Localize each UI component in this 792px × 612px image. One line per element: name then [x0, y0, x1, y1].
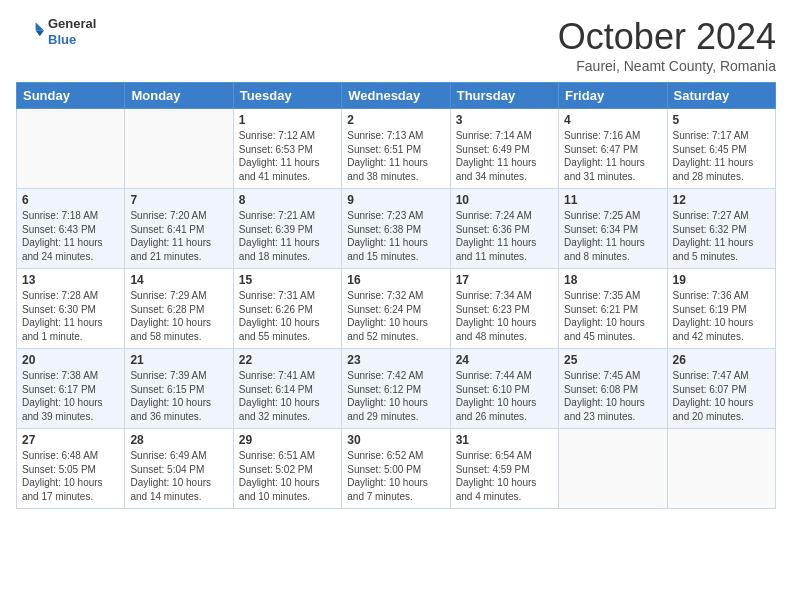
calendar-cell	[667, 429, 775, 509]
day-number: 28	[130, 433, 227, 447]
day-number: 10	[456, 193, 553, 207]
calendar-table: SundayMondayTuesdayWednesdayThursdayFrid…	[16, 82, 776, 509]
calendar-week-1: 1Sunrise: 7:12 AM Sunset: 6:53 PM Daylig…	[17, 109, 776, 189]
day-info: Sunrise: 7:32 AM Sunset: 6:24 PM Dayligh…	[347, 289, 444, 343]
calendar-cell: 14Sunrise: 7:29 AM Sunset: 6:28 PM Dayli…	[125, 269, 233, 349]
day-number: 7	[130, 193, 227, 207]
day-info: Sunrise: 7:38 AM Sunset: 6:17 PM Dayligh…	[22, 369, 119, 423]
day-number: 21	[130, 353, 227, 367]
day-info: Sunrise: 7:34 AM Sunset: 6:23 PM Dayligh…	[456, 289, 553, 343]
day-info: Sunrise: 7:24 AM Sunset: 6:36 PM Dayligh…	[456, 209, 553, 263]
calendar-cell: 25Sunrise: 7:45 AM Sunset: 6:08 PM Dayli…	[559, 349, 667, 429]
day-number: 6	[22, 193, 119, 207]
day-info: Sunrise: 7:20 AM Sunset: 6:41 PM Dayligh…	[130, 209, 227, 263]
day-number: 13	[22, 273, 119, 287]
calendar-week-4: 20Sunrise: 7:38 AM Sunset: 6:17 PM Dayli…	[17, 349, 776, 429]
day-header-wednesday: Wednesday	[342, 83, 450, 109]
day-info: Sunrise: 7:47 AM Sunset: 6:07 PM Dayligh…	[673, 369, 770, 423]
day-header-sunday: Sunday	[17, 83, 125, 109]
day-info: Sunrise: 6:54 AM Sunset: 4:59 PM Dayligh…	[456, 449, 553, 503]
calendar-cell: 10Sunrise: 7:24 AM Sunset: 6:36 PM Dayli…	[450, 189, 558, 269]
day-info: Sunrise: 7:13 AM Sunset: 6:51 PM Dayligh…	[347, 129, 444, 183]
day-number: 18	[564, 273, 661, 287]
month-title: October 2024	[558, 16, 776, 58]
calendar-week-3: 13Sunrise: 7:28 AM Sunset: 6:30 PM Dayli…	[17, 269, 776, 349]
calendar-cell	[559, 429, 667, 509]
calendar-cell	[125, 109, 233, 189]
day-info: Sunrise: 7:23 AM Sunset: 6:38 PM Dayligh…	[347, 209, 444, 263]
calendar-cell: 22Sunrise: 7:41 AM Sunset: 6:14 PM Dayli…	[233, 349, 341, 429]
day-number: 1	[239, 113, 336, 127]
day-info: Sunrise: 7:21 AM Sunset: 6:39 PM Dayligh…	[239, 209, 336, 263]
svg-marker-1	[36, 30, 44, 36]
day-number: 14	[130, 273, 227, 287]
logo-blue: Blue	[48, 32, 96, 48]
day-number: 12	[673, 193, 770, 207]
calendar-cell: 5Sunrise: 7:17 AM Sunset: 6:45 PM Daylig…	[667, 109, 775, 189]
title-area: October 2024 Faurei, Neamt County, Roman…	[558, 16, 776, 74]
day-info: Sunrise: 7:27 AM Sunset: 6:32 PM Dayligh…	[673, 209, 770, 263]
day-number: 20	[22, 353, 119, 367]
logo-text: General Blue	[48, 16, 96, 47]
calendar-cell: 12Sunrise: 7:27 AM Sunset: 6:32 PM Dayli…	[667, 189, 775, 269]
calendar-cell: 11Sunrise: 7:25 AM Sunset: 6:34 PM Dayli…	[559, 189, 667, 269]
calendar-cell: 21Sunrise: 7:39 AM Sunset: 6:15 PM Dayli…	[125, 349, 233, 429]
day-info: Sunrise: 7:28 AM Sunset: 6:30 PM Dayligh…	[22, 289, 119, 343]
day-info: Sunrise: 7:16 AM Sunset: 6:47 PM Dayligh…	[564, 129, 661, 183]
page-header: General Blue October 2024 Faurei, Neamt …	[16, 16, 776, 74]
day-info: Sunrise: 7:44 AM Sunset: 6:10 PM Dayligh…	[456, 369, 553, 423]
day-number: 16	[347, 273, 444, 287]
day-header-friday: Friday	[559, 83, 667, 109]
day-info: Sunrise: 6:51 AM Sunset: 5:02 PM Dayligh…	[239, 449, 336, 503]
day-number: 9	[347, 193, 444, 207]
calendar-cell: 18Sunrise: 7:35 AM Sunset: 6:21 PM Dayli…	[559, 269, 667, 349]
day-number: 30	[347, 433, 444, 447]
day-info: Sunrise: 6:48 AM Sunset: 5:05 PM Dayligh…	[22, 449, 119, 503]
day-number: 5	[673, 113, 770, 127]
calendar-cell: 15Sunrise: 7:31 AM Sunset: 6:26 PM Dayli…	[233, 269, 341, 349]
day-info: Sunrise: 7:12 AM Sunset: 6:53 PM Dayligh…	[239, 129, 336, 183]
day-number: 22	[239, 353, 336, 367]
day-info: Sunrise: 7:14 AM Sunset: 6:49 PM Dayligh…	[456, 129, 553, 183]
calendar-cell: 30Sunrise: 6:52 AM Sunset: 5:00 PM Dayli…	[342, 429, 450, 509]
day-info: Sunrise: 7:29 AM Sunset: 6:28 PM Dayligh…	[130, 289, 227, 343]
calendar-cell: 8Sunrise: 7:21 AM Sunset: 6:39 PM Daylig…	[233, 189, 341, 269]
day-number: 11	[564, 193, 661, 207]
calendar-cell: 2Sunrise: 7:13 AM Sunset: 6:51 PM Daylig…	[342, 109, 450, 189]
calendar-cell: 27Sunrise: 6:48 AM Sunset: 5:05 PM Dayli…	[17, 429, 125, 509]
day-number: 29	[239, 433, 336, 447]
day-number: 8	[239, 193, 336, 207]
day-info: Sunrise: 7:31 AM Sunset: 6:26 PM Dayligh…	[239, 289, 336, 343]
calendar-cell: 28Sunrise: 6:49 AM Sunset: 5:04 PM Dayli…	[125, 429, 233, 509]
day-info: Sunrise: 6:52 AM Sunset: 5:00 PM Dayligh…	[347, 449, 444, 503]
calendar-week-2: 6Sunrise: 7:18 AM Sunset: 6:43 PM Daylig…	[17, 189, 776, 269]
calendar-header-row: SundayMondayTuesdayWednesdayThursdayFrid…	[17, 83, 776, 109]
calendar-cell: 24Sunrise: 7:44 AM Sunset: 6:10 PM Dayli…	[450, 349, 558, 429]
calendar-cell: 20Sunrise: 7:38 AM Sunset: 6:17 PM Dayli…	[17, 349, 125, 429]
day-info: Sunrise: 7:39 AM Sunset: 6:15 PM Dayligh…	[130, 369, 227, 423]
calendar-body: 1Sunrise: 7:12 AM Sunset: 6:53 PM Daylig…	[17, 109, 776, 509]
calendar-cell	[17, 109, 125, 189]
day-number: 15	[239, 273, 336, 287]
day-number: 27	[22, 433, 119, 447]
calendar-cell: 23Sunrise: 7:42 AM Sunset: 6:12 PM Dayli…	[342, 349, 450, 429]
calendar-cell: 1Sunrise: 7:12 AM Sunset: 6:53 PM Daylig…	[233, 109, 341, 189]
day-info: Sunrise: 7:45 AM Sunset: 6:08 PM Dayligh…	[564, 369, 661, 423]
calendar-cell: 7Sunrise: 7:20 AM Sunset: 6:41 PM Daylig…	[125, 189, 233, 269]
calendar-cell: 19Sunrise: 7:36 AM Sunset: 6:19 PM Dayli…	[667, 269, 775, 349]
day-number: 4	[564, 113, 661, 127]
calendar-cell: 13Sunrise: 7:28 AM Sunset: 6:30 PM Dayli…	[17, 269, 125, 349]
day-info: Sunrise: 7:18 AM Sunset: 6:43 PM Dayligh…	[22, 209, 119, 263]
day-info: Sunrise: 7:41 AM Sunset: 6:14 PM Dayligh…	[239, 369, 336, 423]
calendar-cell: 26Sunrise: 7:47 AM Sunset: 6:07 PM Dayli…	[667, 349, 775, 429]
svg-marker-0	[36, 22, 44, 30]
day-number: 25	[564, 353, 661, 367]
day-info: Sunrise: 7:42 AM Sunset: 6:12 PM Dayligh…	[347, 369, 444, 423]
day-number: 23	[347, 353, 444, 367]
day-info: Sunrise: 7:17 AM Sunset: 6:45 PM Dayligh…	[673, 129, 770, 183]
calendar-cell: 17Sunrise: 7:34 AM Sunset: 6:23 PM Dayli…	[450, 269, 558, 349]
calendar-cell: 29Sunrise: 6:51 AM Sunset: 5:02 PM Dayli…	[233, 429, 341, 509]
day-info: Sunrise: 6:49 AM Sunset: 5:04 PM Dayligh…	[130, 449, 227, 503]
logo-icon	[16, 18, 44, 46]
day-info: Sunrise: 7:25 AM Sunset: 6:34 PM Dayligh…	[564, 209, 661, 263]
